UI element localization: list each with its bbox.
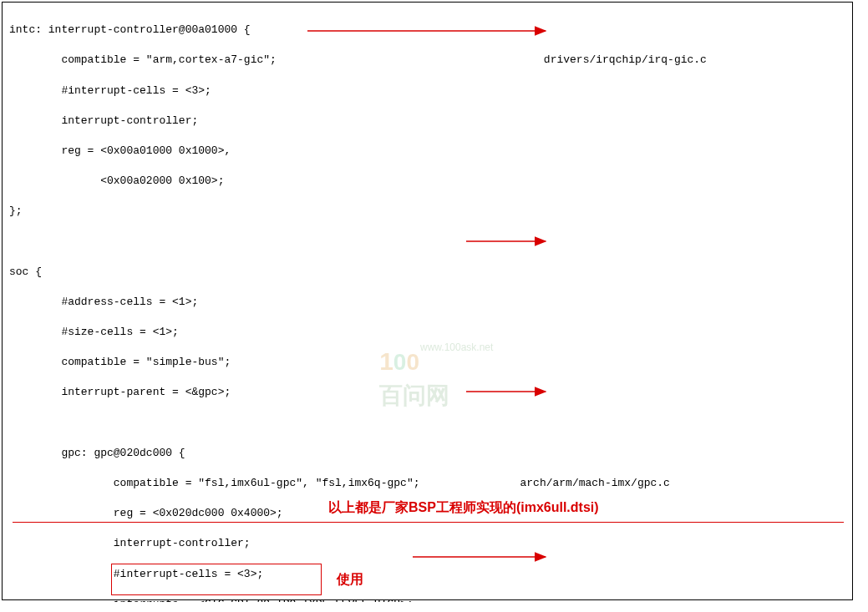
code-line xyxy=(9,416,845,431)
divider-line xyxy=(13,522,844,523)
code-line: #address-cells = <1>; xyxy=(9,295,845,310)
path-text: drivers/irqchip/irq-gic.c xyxy=(544,53,707,66)
code-line: soc { xyxy=(9,265,845,280)
code-line xyxy=(9,235,845,250)
code-line: <0x00a02000 0x100>; xyxy=(9,174,845,189)
code-line: gpc: gpc@020dc000 { xyxy=(9,446,845,461)
code-line: interrupt-controller; xyxy=(9,536,845,551)
code-line: interrupt-parent = <&gpc>; xyxy=(9,385,845,400)
code-line: interrupt-controller; xyxy=(9,114,845,129)
watermark-url: www.100ask.net xyxy=(420,341,493,355)
code-line: #interrupt-cells = <3>; xyxy=(9,83,845,99)
code-line: }; xyxy=(9,204,845,219)
code-line: interrupts = <GIC_SPI 89 IRQ_TYPE_LEVEL_… xyxy=(9,597,845,602)
use-note-label: 使用 xyxy=(337,570,363,589)
code-line: #size-cells = <1>; xyxy=(9,325,845,340)
code-line: #interrupt-cells = <3>; xyxy=(9,567,845,582)
bsp-note-label: 以上都是厂家BSP工程师实现的(imx6ull.dtsi) xyxy=(328,498,599,517)
code-line: compatible = "simple-bus"; xyxy=(9,355,845,370)
code-container: intc: interrupt-controller@00a01000 { co… xyxy=(2,2,853,600)
code-line: reg = <0x00a01000 0x1000>, xyxy=(9,144,845,159)
code-line: intc: interrupt-controller@00a01000 { xyxy=(9,23,845,38)
path-text: arch/arm/mach-imx/gpc.c xyxy=(520,477,669,489)
code-line: compatible = "arm,cortex-a7-gic";drivers… xyxy=(9,53,845,68)
code-line: compatible = "fsl,imx6ul-gpc", "fsl,imx6… xyxy=(9,476,845,491)
